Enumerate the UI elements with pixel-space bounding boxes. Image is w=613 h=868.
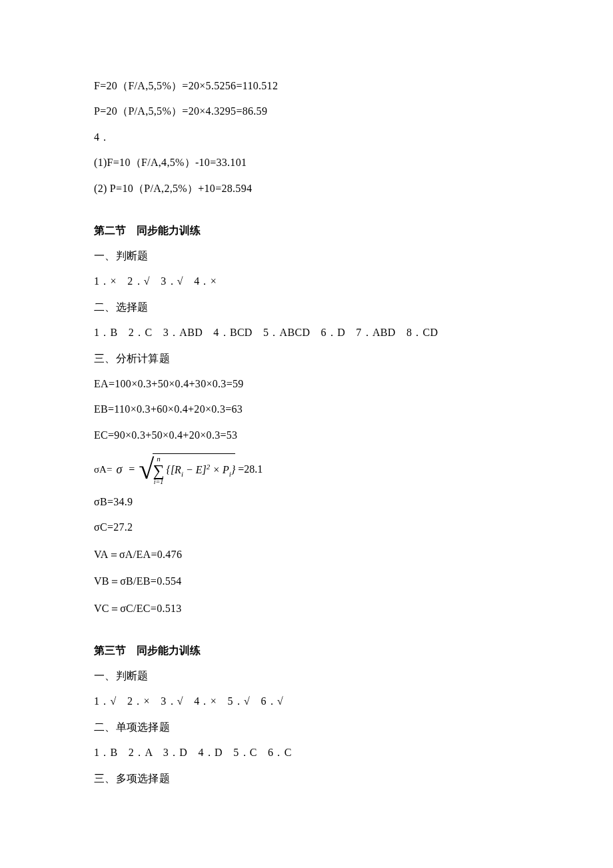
sec3-judge-answers: 1．√ 2．× 3．√ 4．× 5．√ 6．√ <box>94 694 519 709</box>
sec2-choice-heading: 二、选择题 <box>94 300 519 315</box>
item-4-marker: 4． <box>94 130 519 145</box>
sec2-judge-answers: 1．× 2．√ 3．√ 4．× <box>94 274 519 289</box>
formula-expression: {[Ri − E]2 × Pi} <box>166 463 235 478</box>
sec3-judge-heading: 一、判断题 <box>94 669 519 683</box>
sec2-calc-heading: 三、分析计算题 <box>94 351 519 366</box>
calc-eb: EB=110×0.3+60×0.4+20×0.3=63 <box>94 402 519 417</box>
sigma-symbol: σ <box>116 463 122 477</box>
section-3-heading: 第三节 同步能力训练 <box>94 644 519 658</box>
va-line: VA＝σA/EA=0.476 <box>94 547 519 562</box>
summation-icon: n ∑ i=1 <box>153 455 164 485</box>
calc-line-p: P=20（P/A,5,5%）=20×4.3295=86.59 <box>94 104 519 119</box>
sec2-judge-heading: 一、判断题 <box>94 249 519 263</box>
equals-1: = <box>129 463 135 475</box>
sigma-a-prefix: σA= <box>94 464 112 475</box>
sqrt-icon: √ <box>139 455 154 483</box>
sec2-choice-answers: 1．B 2．C 3．ABD 4．BCD 5．ABCD 6．D 7．ABD 8．C… <box>94 325 519 340</box>
vc-line: VC＝σC/EC=0.513 <box>94 601 519 616</box>
sigma-c: σC=27.2 <box>94 520 519 535</box>
calc-line-f: F=20（F/A,5,5%）=20×5.5256=110.512 <box>94 79 519 93</box>
page-container: F=20（F/A,5,5%）=20×5.5256=110.512 P=20（P/… <box>0 0 613 868</box>
calc-line-4-1: (1)F=10（F/A,4,5%）-10=33.101 <box>94 155 519 170</box>
sigma-a-result: =28.1 <box>238 463 263 475</box>
sec3-single-choice-answers: 1．B 2．A 3．D 4．D 5．C 6．C <box>94 745 519 760</box>
sec3-single-choice-heading: 二、单项选择题 <box>94 720 519 735</box>
section-2-heading: 第二节 同步能力训练 <box>94 224 519 238</box>
sigma-a-formula: σA= σ = √ n ∑ i=1 {[Ri − E]2 × Pi} =28.1 <box>94 453 519 485</box>
sqrt-content: n ∑ i=1 {[Ri − E]2 × Pi} <box>153 453 235 485</box>
sigma-b: σB=34.9 <box>94 495 519 509</box>
vb-line: VB＝σB/EB=0.554 <box>94 574 519 589</box>
calc-ec: EC=90×0.3+50×0.4+20×0.3=53 <box>94 428 519 443</box>
calc-line-4-2: (2) P=10（P/A,2,5%）+10=28.594 <box>94 181 519 196</box>
sec3-multi-choice-heading: 三、多项选择题 <box>94 771 519 786</box>
calc-ea: EA=100×0.3+50×0.4+30×0.3=59 <box>94 377 519 391</box>
